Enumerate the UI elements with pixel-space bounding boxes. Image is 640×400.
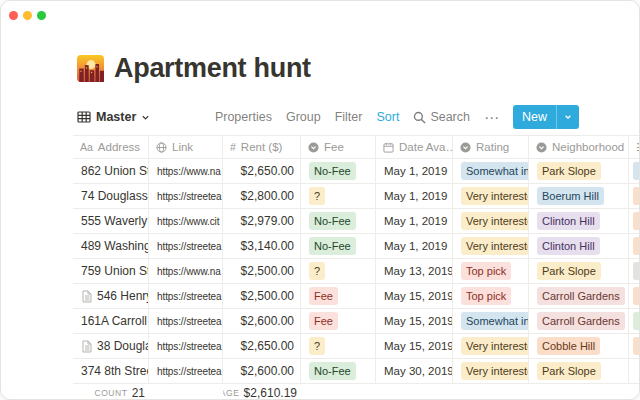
column-header-overflow[interactable]: ☰ bbox=[629, 135, 640, 159]
neighborhood-cell[interactable]: Carroll Gardens bbox=[529, 284, 629, 309]
column-header-fee[interactable]: Fee bbox=[301, 135, 376, 159]
neighborhood-cell[interactable]: Park Slope bbox=[529, 159, 629, 184]
column-header-rent-[interactable]: #Rent ($) bbox=[223, 135, 301, 159]
link-cell[interactable]: https://streetea bbox=[149, 359, 223, 384]
rent-cell[interactable]: $2,800.00 bbox=[223, 184, 301, 209]
neighborhood-cell[interactable]: Clinton Hill bbox=[529, 209, 629, 234]
date-cell[interactable]: May 1, 2019 bbox=[376, 234, 453, 259]
overflow-cell[interactable] bbox=[629, 234, 640, 259]
toolbar-item-sort[interactable]: Sort bbox=[376, 110, 399, 124]
link-cell[interactable]: https://streetea bbox=[149, 284, 223, 309]
rent-cell[interactable]: $2,650.00 bbox=[223, 334, 301, 359]
clipped-tag bbox=[633, 262, 640, 280]
cityscape-at-dusk-icon[interactable] bbox=[77, 55, 104, 82]
fee-cell[interactable]: ? bbox=[301, 259, 376, 284]
rating-cell[interactable]: Somewhat interested bbox=[453, 159, 529, 184]
overflow-cell[interactable] bbox=[629, 209, 640, 234]
rent-cell[interactable]: $2,600.00 bbox=[223, 359, 301, 384]
column-header-rating[interactable]: Rating bbox=[453, 135, 529, 159]
address-cell[interactable]: 489 Washingto bbox=[73, 234, 149, 259]
table-row: 546 Henryhttps://streetea$2,500.00FeeMay… bbox=[73, 284, 640, 309]
rent-cell[interactable]: $2,650.00 bbox=[223, 159, 301, 184]
rating-cell[interactable]: Very interested bbox=[453, 359, 529, 384]
rent-cell[interactable]: $2,500.00 bbox=[223, 284, 301, 309]
rating-cell[interactable]: Somewhat interested bbox=[453, 309, 529, 334]
fee-cell[interactable]: No-Fee bbox=[301, 209, 376, 234]
date-cell[interactable]: May 13, 2019 bbox=[376, 259, 453, 284]
new-button[interactable]: New bbox=[513, 105, 579, 129]
rent-cell[interactable]: $2,500.00 bbox=[223, 259, 301, 284]
table-view-icon bbox=[77, 110, 91, 124]
neighborhood-cell[interactable]: Cobble Hill bbox=[529, 334, 629, 359]
address-cell[interactable]: 374 8th Street bbox=[73, 359, 149, 384]
address-cell[interactable]: 38 Douglas bbox=[73, 334, 149, 359]
date-cell[interactable]: May 15, 2019 bbox=[376, 284, 453, 309]
view-switcher[interactable]: Master bbox=[77, 110, 150, 124]
fee-cell[interactable]: Fee bbox=[301, 309, 376, 334]
fee-cell[interactable]: ? bbox=[301, 184, 376, 209]
address-cell[interactable]: 546 Henry bbox=[73, 284, 149, 309]
count-calculation[interactable]: COUNT21 bbox=[73, 384, 149, 400]
overflow-cell[interactable] bbox=[629, 359, 640, 384]
column-header-link[interactable]: Link bbox=[149, 135, 223, 159]
rating-cell[interactable]: Very interested bbox=[453, 334, 529, 359]
neighborhood-cell[interactable]: Boerum Hill bbox=[529, 184, 629, 209]
link-cell[interactable]: https://www.cit bbox=[149, 209, 223, 234]
date-cell[interactable]: May 15, 2019 bbox=[376, 309, 453, 334]
address-cell[interactable]: 555 Waverly A bbox=[73, 209, 149, 234]
fee-cell[interactable]: ? bbox=[301, 334, 376, 359]
overflow-cell[interactable] bbox=[629, 259, 640, 284]
zoom-window-button[interactable] bbox=[37, 11, 46, 20]
fee-cell[interactable]: No-Fee bbox=[301, 359, 376, 384]
search-control[interactable]: Search bbox=[413, 110, 470, 124]
column-header-address[interactable]: AaAddress bbox=[73, 135, 149, 159]
more-options-icon[interactable]: ⋯ bbox=[484, 110, 499, 125]
link-cell[interactable]: https://streetea bbox=[149, 309, 223, 334]
minimize-window-button[interactable] bbox=[23, 11, 32, 20]
date-cell[interactable]: May 1, 2019 bbox=[376, 184, 453, 209]
rating-cell[interactable]: Very interested bbox=[453, 209, 529, 234]
overflow-cell[interactable] bbox=[629, 334, 640, 359]
neighborhood-cell[interactable]: Carroll Gardens bbox=[529, 309, 629, 334]
address-cell[interactable]: 74 Douglass St bbox=[73, 184, 149, 209]
fee-cell[interactable]: No-Fee bbox=[301, 234, 376, 259]
toolbar-item-group[interactable]: Group bbox=[286, 110, 321, 124]
link-cell[interactable]: https://streetea bbox=[149, 184, 223, 209]
link-cell[interactable]: https://www.na bbox=[149, 259, 223, 284]
fee-cell[interactable]: No-Fee bbox=[301, 159, 376, 184]
address-cell[interactable]: 862 Union Stre bbox=[73, 159, 149, 184]
page-title[interactable]: Apartment hunt bbox=[114, 53, 311, 84]
rent-cell[interactable]: $2,600.00 bbox=[223, 309, 301, 334]
new-button-chevron-down-icon[interactable] bbox=[556, 105, 579, 129]
rent-cell[interactable]: $3,140.00 bbox=[223, 234, 301, 259]
overflow-cell[interactable] bbox=[629, 309, 640, 334]
neighborhood-cell[interactable]: Park Slope bbox=[529, 259, 629, 284]
neighborhood-cell[interactable]: Clinton Hill bbox=[529, 234, 629, 259]
column-header-neighborhood[interactable]: Neighborhood bbox=[529, 135, 629, 159]
rating-cell[interactable]: Very interested bbox=[453, 234, 529, 259]
toolbar-item-properties[interactable]: Properties bbox=[215, 110, 272, 124]
link-cell[interactable]: https://streetea bbox=[149, 334, 223, 359]
overflow-cell[interactable] bbox=[629, 159, 640, 184]
close-window-button[interactable] bbox=[9, 11, 18, 20]
overflow-cell[interactable] bbox=[629, 284, 640, 309]
date-cell[interactable]: May 1, 2019 bbox=[376, 159, 453, 184]
neighborhood-cell[interactable]: Park Slope bbox=[529, 359, 629, 384]
link-cell[interactable]: https://streetea bbox=[149, 234, 223, 259]
select-tag: No-Fee bbox=[309, 362, 356, 380]
fee-cell[interactable]: Fee bbox=[301, 284, 376, 309]
rating-cell[interactable]: Very interested bbox=[453, 184, 529, 209]
average-calculation[interactable]: AVERAGE$2,610.19 bbox=[223, 384, 301, 400]
date-cell[interactable]: May 30, 2019 bbox=[376, 359, 453, 384]
toolbar-item-filter[interactable]: Filter bbox=[335, 110, 363, 124]
column-header-date-ava-[interactable]: Date Ava… bbox=[376, 135, 453, 159]
overflow-cell[interactable] bbox=[629, 184, 640, 209]
date-cell[interactable]: May 1, 2019 bbox=[376, 209, 453, 234]
address-cell[interactable]: 161A Carroll St bbox=[73, 309, 149, 334]
link-cell[interactable]: https://www.na bbox=[149, 159, 223, 184]
rent-cell[interactable]: $2,979.00 bbox=[223, 209, 301, 234]
rating-cell[interactable]: Top pick bbox=[453, 259, 529, 284]
date-cell[interactable]: May 15, 2019 bbox=[376, 334, 453, 359]
rating-cell[interactable]: Top pick bbox=[453, 284, 529, 309]
address-cell[interactable]: 759 Union Stre bbox=[73, 259, 149, 284]
